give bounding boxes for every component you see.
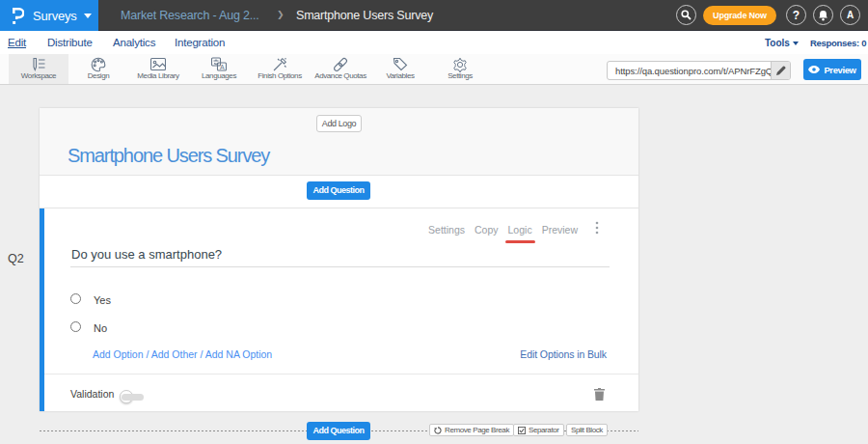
- svg-text:A: A: [220, 64, 225, 70]
